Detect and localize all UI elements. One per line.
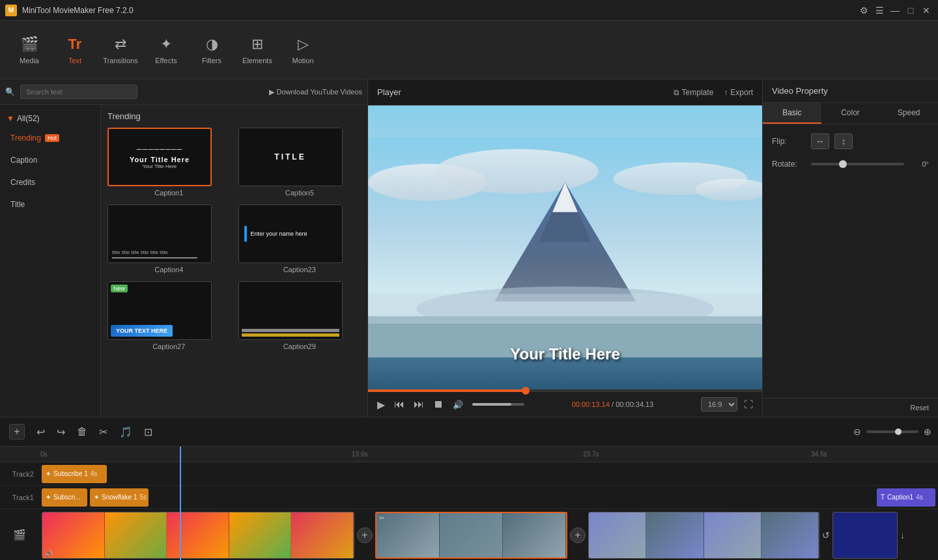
- template-button[interactable]: ⧉ Template: [674, 88, 714, 97]
- minimize-button[interactable]: —: [888, 4, 902, 17]
- export-button[interactable]: ↑ Export: [724, 88, 753, 97]
- flip-label: Flip:: [772, 137, 811, 146]
- search-input[interactable]: [20, 85, 137, 99]
- toolbar-effects[interactable]: ✦ Effects: [143, 24, 189, 76]
- flip-horizontal-button[interactable]: ↔: [811, 133, 829, 149]
- list-item[interactable]: TITLE Caption5: [238, 128, 362, 197]
- video-track-label: 🎬: [0, 529, 39, 541]
- timeline-tools-right: ⊖ ⊕: [853, 427, 931, 437]
- volume-icon2: 🔊: [45, 550, 53, 557]
- tab-speed[interactable]: Speed: [879, 103, 938, 124]
- star-icon: ✦: [46, 470, 51, 477]
- sidebar-all-item[interactable]: ▼ All(52): [0, 110, 100, 127]
- list-item[interactable]: title title title title title title Capt…: [107, 204, 231, 273]
- add-clip-button[interactable]: +: [357, 527, 373, 543]
- progress-fill: [368, 389, 526, 392]
- clip-snowflake-label: Snowflake 1: [102, 494, 137, 501]
- ruler-mark-34s: 34.5s: [811, 451, 827, 458]
- reverse-icon[interactable]: ↺: [822, 530, 830, 540]
- clip-snowflake[interactable]: ✦ Snowflake 1 5s: [90, 488, 149, 507]
- caption-label: Caption: [10, 156, 37, 165]
- rotate-handle[interactable]: [839, 160, 847, 168]
- download-youtube-button[interactable]: ▶ Download YouTube Videos: [269, 88, 363, 96]
- redo-button[interactable]: ↪: [54, 423, 68, 441]
- clip-caption1[interactable]: T Caption1 4s: [877, 488, 935, 507]
- progress-bar[interactable]: [368, 389, 762, 392]
- track-row-track2: Track2 ✦ Subscribe 1 4s: [0, 462, 938, 486]
- play-button[interactable]: ▶: [377, 399, 385, 411]
- video-track-content: 🔊 + ✂ +: [39, 509, 938, 560]
- skip-back-button[interactable]: ⏮: [394, 399, 405, 410]
- fullscreen-button[interactable]: ⛶: [744, 399, 753, 410]
- sidebar: ▼ All(52) Trending Hot Caption Credits T…: [0, 105, 101, 417]
- zoom-in-icon[interactable]: ⊕: [924, 427, 931, 437]
- media-icon: 🎬: [21, 36, 38, 53]
- toolbar-elements-label: Elements: [242, 57, 272, 64]
- zoom-handle[interactable]: [895, 428, 902, 435]
- time-display-group: 00:00:13.14 / 00:00:34.13: [572, 400, 654, 409]
- rotate-label: Rotate:: [772, 160, 811, 169]
- zoom-slider[interactable]: [866, 430, 918, 433]
- controls-left: ▶ ⏮ ⏭ ⏹ 🔊: [377, 399, 524, 411]
- maximize-button[interactable]: □: [904, 4, 917, 17]
- stop-button[interactable]: ⏹: [433, 399, 444, 410]
- toolbar-media-label: Media: [20, 57, 39, 64]
- menu-button[interactable]: ☰: [873, 4, 886, 17]
- list-item[interactable]: ──────── Your Title Here Your Title Here…: [107, 128, 231, 197]
- settings-button[interactable]: ⚙: [857, 4, 870, 17]
- property-body: Flip: ↔ ↕ Rotate: 0°: [763, 124, 938, 188]
- toolbar-text[interactable]: Tr Text: [52, 24, 98, 76]
- sidebar-item-caption[interactable]: Caption: [4, 150, 96, 170]
- scissors-icon: ✂: [379, 514, 384, 522]
- film-icon: 🎬: [13, 529, 26, 541]
- crop-button[interactable]: ⊡: [141, 423, 155, 441]
- export-icon: ↑: [724, 88, 728, 97]
- rotate-slider[interactable]: [811, 163, 904, 165]
- sidebar-item-title[interactable]: Title: [4, 195, 96, 214]
- text-icon2: T: [881, 494, 885, 501]
- toolbar-motion[interactable]: ▷ Motion: [280, 24, 326, 76]
- audio-button[interactable]: 🎵: [117, 423, 135, 441]
- tab-basic[interactable]: Basic: [763, 103, 821, 124]
- clip-subscribe2[interactable]: ✦ Subscri...: [42, 488, 87, 507]
- progress-handle[interactable]: [522, 387, 530, 395]
- flip-vertical-button[interactable]: ↕: [834, 133, 853, 149]
- toolbar-media[interactable]: 🎬 Media: [7, 24, 52, 76]
- left-content: ▼ All(52) Trending Hot Caption Credits T…: [0, 105, 367, 417]
- volume-slider[interactable]: [472, 403, 524, 406]
- text-icon: Tr: [68, 36, 82, 53]
- tab-color[interactable]: Color: [821, 103, 880, 124]
- skip-forward-button[interactable]: ⏭: [414, 399, 424, 410]
- download-icon[interactable]: ↓: [900, 530, 905, 540]
- clip-subscribe2-label: Subscri...: [53, 494, 81, 501]
- video-clip-flower[interactable]: 🔊: [42, 512, 354, 559]
- toolbar-filters[interactable]: ◑ Filters: [189, 24, 234, 76]
- right-panel: Video Property Basic Color Speed Flip: ↔…: [762, 79, 938, 417]
- zoom-out-icon[interactable]: ⊖: [853, 427, 861, 437]
- video-clip-sky[interactable]: [588, 512, 819, 559]
- clip-subscribe1[interactable]: ✦ Subscribe 1 4s: [42, 465, 107, 483]
- aspect-ratio-select[interactable]: 16:9 9:16 1:1: [701, 397, 737, 412]
- list-item[interactable]: New YOUR TEXT HERE Caption27: [107, 281, 231, 350]
- player-header: Player ⧉ Template ↑ Export: [368, 79, 762, 105]
- timeline-content: 0s 13.6s 23.7s 34.5s Track2 ✦ Subscribe …: [0, 447, 938, 560]
- credits-label: Credits: [10, 178, 35, 187]
- delete-button[interactable]: 🗑: [74, 423, 90, 440]
- caption29-label: Caption29: [238, 343, 362, 350]
- undo-button[interactable]: ↩: [34, 423, 48, 441]
- list-item[interactable]: Caption29: [238, 281, 362, 350]
- cut-button[interactable]: ✂: [96, 423, 110, 441]
- video-clip-dark[interactable]: [832, 512, 898, 559]
- toolbar-transitions[interactable]: ⇄ Transitions: [98, 24, 143, 76]
- list-item[interactable]: Enter your name here Caption23: [238, 204, 362, 273]
- close-button[interactable]: ✕: [920, 4, 933, 17]
- app-logo: M: [5, 5, 17, 16]
- reset-button[interactable]: Reset: [763, 398, 938, 417]
- sidebar-item-credits[interactable]: Credits: [4, 173, 96, 192]
- toolbar-elements[interactable]: ⊞ Elements: [234, 24, 280, 76]
- sidebar-item-trending[interactable]: Trending Hot: [4, 128, 96, 148]
- add-track-button[interactable]: +: [9, 424, 25, 440]
- toolbar-filters-label: Filters: [202, 57, 221, 64]
- add-clip-button2[interactable]: +: [570, 527, 586, 543]
- video-clip-mountain[interactable]: ✂: [375, 512, 567, 559]
